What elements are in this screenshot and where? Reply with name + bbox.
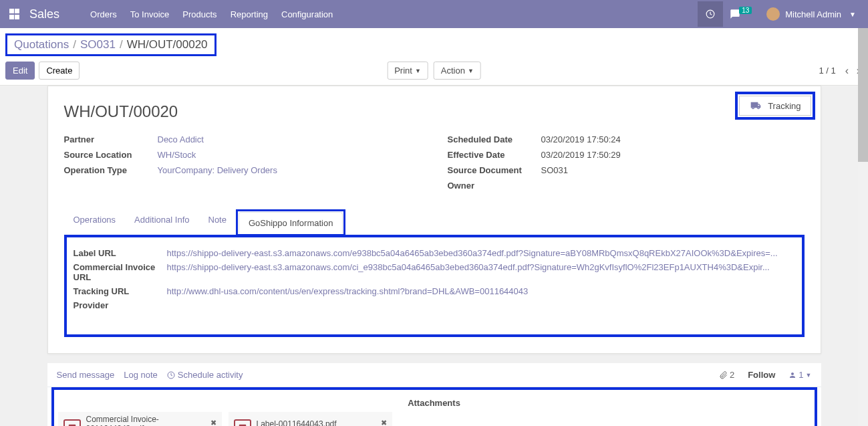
tab-note[interactable]: Note xyxy=(199,209,236,236)
breadcrumb-current: WH/OUT/00020 xyxy=(127,38,208,51)
follow-button[interactable]: Follow xyxy=(748,370,775,380)
apps-icon[interactable] xyxy=(9,9,20,19)
field-value-partner[interactable]: Deco Addict xyxy=(158,134,204,144)
content-area: Tracking WH/OUT/00020 PartnerDeco Addict… xyxy=(0,86,868,426)
field-label: Effective Date xyxy=(448,150,541,160)
app-title[interactable]: Sales xyxy=(29,7,59,21)
top-nav: Sales Orders To Invoice Products Reporti… xyxy=(0,0,868,28)
schedule-activity-link[interactable]: Schedule activity xyxy=(167,370,243,380)
tab-goshippo[interactable]: GoShippo Information xyxy=(239,212,343,234)
nav-links: Orders To Invoice Products Reporting Con… xyxy=(84,1,339,27)
print-dropdown[interactable]: Print▼ xyxy=(387,62,428,80)
pager-text: 1 / 1 xyxy=(819,66,835,76)
truck-icon xyxy=(749,100,762,111)
shippo-commercial-invoice-url[interactable]: https://shippo-delivery-east.s3.amazonaw… xyxy=(167,262,795,282)
follower-count[interactable]: 1 ▼ xyxy=(788,370,811,380)
log-note-link[interactable]: Log note xyxy=(124,370,158,380)
attachment-name: Commercial Invoice-0011644043.pdf xyxy=(86,415,205,426)
nav-link-reporting[interactable]: Reporting xyxy=(224,1,275,27)
send-message-link[interactable]: Send message xyxy=(57,370,115,380)
field-label: Scheduled Date xyxy=(448,134,541,144)
pdf-icon xyxy=(63,419,81,427)
paperclip-icon xyxy=(720,371,728,379)
avatar xyxy=(766,7,780,21)
breadcrumb: Quotations / SO031 / WH/OUT/00020 xyxy=(5,33,216,56)
tracking-button[interactable]: Tracking xyxy=(739,96,811,116)
top-right: 13 Mitchell Admin ▼ xyxy=(698,1,863,27)
form-sheet: Tracking WH/OUT/00020 PartnerDeco Addict… xyxy=(47,86,821,354)
shippo-label: Provider xyxy=(74,300,167,310)
breadcrumb-link[interactable]: Quotations xyxy=(14,38,69,51)
chat-badge: 13 xyxy=(739,7,752,14)
shippo-label: Commercial Invoice URL xyxy=(74,262,167,282)
nav-link-configuration[interactable]: Configuration xyxy=(275,1,339,27)
pager-prev[interactable]: ‹ xyxy=(843,65,851,76)
field-label: Operation Type xyxy=(64,165,158,175)
edit-button[interactable]: Edit xyxy=(5,62,35,80)
nav-link-products[interactable]: Products xyxy=(176,1,223,27)
chat-icon[interactable]: 13 xyxy=(723,2,760,26)
field-label: Owner xyxy=(448,181,541,191)
field-value-source-location[interactable]: WH/Stock xyxy=(158,150,196,160)
tracking-label: Tracking xyxy=(768,101,801,111)
shippo-label: Label URL xyxy=(74,248,167,258)
field-value-scheduled-date: 03/20/2019 17:50:24 xyxy=(541,134,621,144)
tracking-button-wrap: Tracking xyxy=(735,92,815,120)
tabs: Operations Additional Info Note GoShippo… xyxy=(64,209,805,237)
breadcrumb-sep: / xyxy=(120,38,123,51)
clock-icon xyxy=(167,371,175,379)
scrollbar-thumb[interactable] xyxy=(858,28,868,162)
attachments-title: Attachments xyxy=(58,394,811,412)
attachment-item[interactable]: Label-0011644043.pdf PDF ✖ ⬇ xyxy=(229,412,392,426)
action-dropdown[interactable]: Action▼ xyxy=(434,62,481,80)
field-value-source-document: SO031 xyxy=(541,165,568,175)
nav-link-to-invoice[interactable]: To Invoice xyxy=(124,1,176,27)
chatter: Send message Log note Schedule activity … xyxy=(47,363,821,426)
breadcrumb-link[interactable]: SO031 xyxy=(80,38,116,51)
shippo-label-url[interactable]: https://shippo-delivery-east.s3.amazonaw… xyxy=(167,248,795,258)
shippo-provider xyxy=(167,300,795,310)
breadcrumb-sep: / xyxy=(73,38,76,51)
person-icon xyxy=(788,371,797,379)
toolbar: Edit Create Print▼ Action▼ 1 / 1 ‹ › xyxy=(5,62,863,80)
attachment-name: Label-0011644043.pdf xyxy=(257,419,337,426)
remove-attachment-icon[interactable]: ✖ xyxy=(381,419,387,427)
sub-header: Quotations / SO031 / WH/OUT/00020 Edit C… xyxy=(0,28,868,86)
user-menu[interactable]: Mitchell Admin ▼ xyxy=(760,7,863,21)
user-name: Mitchell Admin xyxy=(785,9,841,19)
attachment-count[interactable]: 2 xyxy=(720,370,734,380)
tab-operations[interactable]: Operations xyxy=(64,209,126,236)
shippo-tracking-url[interactable]: http://www.dhl-usa.com/content/us/en/exp… xyxy=(167,286,795,296)
field-label: Partner xyxy=(64,134,158,144)
tab-additional-info[interactable]: Additional Info xyxy=(125,209,198,236)
remove-attachment-icon[interactable]: ✖ xyxy=(210,419,216,427)
caret-down-icon: ▼ xyxy=(849,11,856,18)
pdf-icon xyxy=(234,419,251,427)
attachments-box: Attachments Commercial Invoice-001164404… xyxy=(51,387,817,426)
goshippo-panel: Label URLhttps://shippo-delivery-east.s3… xyxy=(64,235,805,337)
field-value-operation-type[interactable]: YourCompany: Delivery Orders xyxy=(158,165,277,175)
nav-link-orders[interactable]: Orders xyxy=(84,1,124,27)
field-value-effective-date: 03/20/2019 17:50:29 xyxy=(541,150,621,160)
scrollbar-track[interactable] xyxy=(858,28,868,426)
field-label: Source Document xyxy=(448,165,541,175)
create-button[interactable]: Create xyxy=(39,62,80,80)
clock-icon[interactable] xyxy=(698,1,723,27)
page-title: WH/OUT/00020 xyxy=(64,102,805,121)
field-label: Source Location xyxy=(64,150,158,160)
attachment-item[interactable]: Commercial Invoice-0011644043.pdf PDF ✖ … xyxy=(58,412,222,426)
shippo-label: Tracking URL xyxy=(74,286,167,296)
